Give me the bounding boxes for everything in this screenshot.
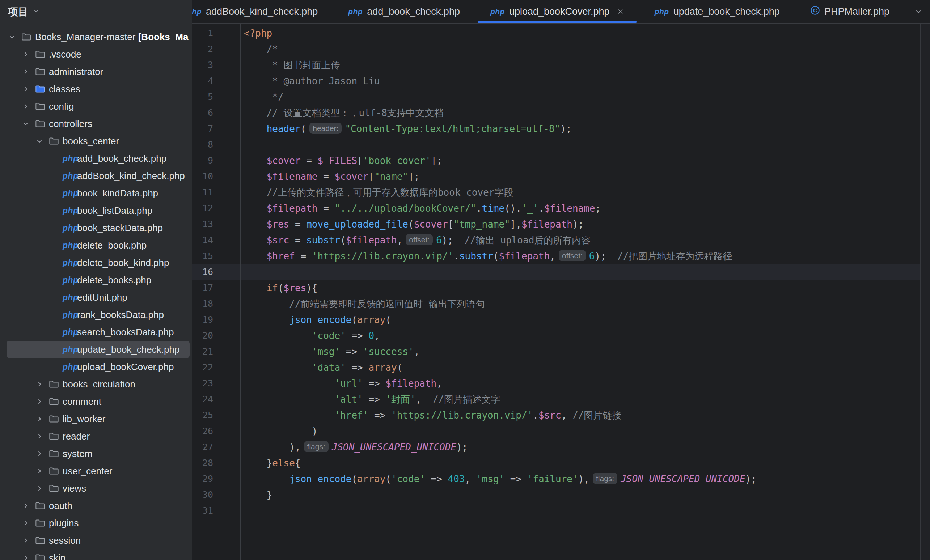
tree-item-editUnit.php[interactable]: phpeditUnit.php [6,289,189,306]
code-token: $res [267,219,289,230]
tree-item-oauth[interactable]: oauth [6,497,189,514]
code-line[interactable]: //上传的文件路径，可用于存入数据库的book_cover字段 [244,185,921,200]
chevron-right-icon[interactable] [22,519,35,528]
code-line[interactable]: 'url' => $filepath, [244,375,921,391]
code-line[interactable] [244,503,921,519]
tree-item-delete_books.php[interactable]: phpdelete_books.php [6,271,189,289]
code-token: array [368,362,397,373]
code-line[interactable]: header(header:"Content-Type:text/html;ch… [244,121,921,137]
tree-item-delete_book_kind.php[interactable]: phpdelete_book_kind.php [6,254,189,271]
tree-item-comment[interactable]: comment [6,393,189,410]
tree-item-session[interactable]: session [6,532,189,549]
tree-item-skin[interactable]: skin [6,549,189,560]
code-line[interactable]: <?php [244,25,921,41]
code-editor[interactable]: 1234567891011121314151617181920212223242… [192,24,930,560]
chevron-right-icon[interactable] [35,380,49,389]
code-token: substr [459,251,493,262]
tree-item-lib_worker[interactable]: lib_worker [6,410,189,428]
code-line[interactable]: $cover = $_FILES['book_cover']; [244,153,921,169]
tree-item-config[interactable]: config [6,98,189,115]
chevron-right-icon[interactable] [35,432,49,441]
code-line[interactable]: //前端需要即时反馈的返回值时 输出下列语句 [244,296,921,312]
chevron-right-icon[interactable] [22,85,35,93]
chevron-down-icon[interactable] [35,137,49,145]
code-line[interactable]: */ [244,89,921,105]
tree-item-plugins[interactable]: plugins [6,514,189,532]
code-line[interactable] [244,264,921,280]
php-file-icon: php [63,206,77,215]
code-line[interactable]: } [244,487,921,503]
line-number: 21 [192,344,240,360]
chevron-right-icon[interactable] [22,67,35,76]
chevron-right-icon[interactable] [22,554,35,560]
tree-item-search_booksData.php[interactable]: phpsearch_booksData.php [6,323,189,341]
close-tab-icon[interactable] [616,8,624,15]
chevron-right-icon[interactable] [35,449,49,458]
tree-item-add_book_check.php[interactable]: phpadd_book_check.php [6,150,189,167]
tree-item-rank_booksData.php[interactable]: phprank_booksData.php [6,306,189,323]
tree-item-addBook_kind_check.php[interactable]: phpaddBook_kind_check.php [6,167,189,185]
tab-update_book_check.php[interactable]: phpupdate_book_check.php [639,0,795,23]
chevron-right-icon[interactable] [35,415,49,423]
code-line[interactable]: json_encode(array( [244,312,921,328]
code-line[interactable]: 'msg' => 'success', [244,344,921,360]
tree-item-upload_bookCover.php[interactable]: phpupload_bookCover.php [6,358,189,375]
tree-item-books_center[interactable]: books_center [6,132,189,150]
tree-item-classes[interactable]: classes [6,80,189,98]
code-line[interactable]: $filename = $cover["name"]; [244,169,921,185]
code-token: ]; [408,171,419,182]
chevron-right-icon[interactable] [22,50,35,58]
code-line[interactable] [244,137,921,153]
code-line[interactable]: // 设置文档类型：，utf-8支持中文文档 [244,105,921,121]
chevron-right-icon[interactable] [22,502,35,510]
php-file-icon: php [654,7,669,16]
chevron-right-icon[interactable] [22,102,35,111]
code-line[interactable]: 'href' => 'https://lib.crayon.vip/'.$src… [244,407,921,423]
tab-upload_bookCover.php[interactable]: phpupload_bookCover.php [475,0,639,23]
tree-item-Books_Manager-master[interactable]: Books_Manager-master [Books_Ma [6,28,189,46]
code-line[interactable]: if($res){ [244,280,921,296]
chevron-down-icon[interactable] [8,32,22,41]
tree-item-books_circulation[interactable]: books_circulation [6,375,189,393]
tree-item-update_book_check.php[interactable]: phpupdate_book_check.php [6,341,189,358]
tree-item-reader[interactable]: reader [6,428,189,445]
code-line[interactable]: $filepath = "../../upload/bookCover/".ti… [244,200,921,216]
tree-item-book_kindData.php[interactable]: phpbook_kindData.php [6,185,189,202]
code-line[interactable]: 'data' => array( [244,360,921,375]
chevron-right-icon[interactable] [35,467,49,475]
hidden-tabs-chevron[interactable] [914,0,923,23]
tree-item-system[interactable]: system [6,445,189,462]
tree-item-book_stackData.php[interactable]: phpbook_stackData.php [6,219,189,237]
tab-PHPMailer.php[interactable]: CPHPMailer.php [795,0,905,23]
chevron-right-icon[interactable] [35,484,49,493]
chevron-right-icon[interactable] [35,397,49,406]
chevron-down-icon[interactable] [22,119,35,128]
tree-item-administrator[interactable]: administrator [6,63,189,80]
scrollbar-track[interactable] [920,24,930,560]
code-line[interactable]: ),flags:JSON_UNESCAPED_UNICODE); [244,439,921,455]
code-line[interactable]: 'code' => 0, [244,328,921,344]
code-token: $_FILES [318,155,357,166]
tree-item-delete_book.php[interactable]: phpdelete_book.php [6,237,189,254]
tree-item-controllers[interactable]: controllers [6,115,189,132]
code-line[interactable]: /* [244,41,921,57]
tab-addBook_kind_check.php[interactable]: phpaddBook_kind_check.php [192,0,333,23]
code-line[interactable]: * 图书封面上传 [244,57,921,73]
tree-item-user_center[interactable]: user_center [6,462,189,480]
tree-item-book_listData.php[interactable]: phpbook_listData.php [6,202,189,219]
code-line[interactable]: }else{ [244,455,921,471]
chevron-right-icon[interactable] [22,536,35,545]
code-line[interactable]: $href = 'https://lib.crayon.vip/'.substr… [244,248,921,264]
code-line[interactable]: $res = move_uploaded_file($cover["tmp_na… [244,216,921,232]
code-line[interactable]: ) [244,423,921,439]
code-line[interactable]: 'alt' => '封面', //图片描述文字 [244,391,921,407]
tab-add_book_check.php[interactable]: phpadd_book_check.php [333,0,475,23]
tree-item-views[interactable]: views [6,480,189,497]
tree-item-.vscode[interactable]: .vscode [6,46,189,63]
code-line[interactable]: json_encode(array('code' => 403, 'msg' =… [244,471,921,487]
code-token: 'code' [391,474,425,485]
project-panel-header[interactable]: 项目 [0,0,192,24]
code-line[interactable]: $src = substr($filepath,offset:6); //输出 … [244,232,921,248]
code-line[interactable]: * @author Jason Liu [244,73,921,89]
code-content[interactable]: <?php /* * 图书封面上传 * @author Jason Liu */… [241,24,921,560]
